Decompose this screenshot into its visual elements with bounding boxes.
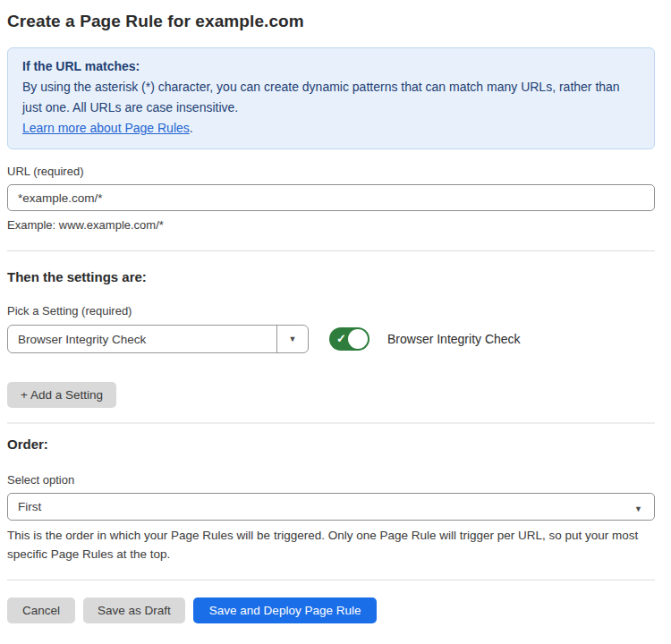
url-match-info-box: If the URL matches: By using the asteris… <box>7 47 655 149</box>
cancel-button[interactable]: Cancel <box>7 597 75 623</box>
footer-actions: Cancel Save as Draft Save and Deploy Pag… <box>7 597 655 623</box>
chevron-down-icon: ▼ <box>634 504 642 513</box>
setting-select-arrow-button[interactable]: ▼ <box>276 326 308 352</box>
order-help-text: This is the order in which your Page Rul… <box>7 526 655 564</box>
order-select-value: First <box>8 500 634 513</box>
settings-section-heading: Then the settings are: <box>7 269 655 284</box>
page-rule-form: Create a Page Rule for example.com If th… <box>0 12 662 623</box>
info-box-body: By using the asterisk (*) character, you… <box>22 77 640 118</box>
save-and-deploy-button[interactable]: Save and Deploy Page Rule <box>193 597 378 623</box>
save-as-draft-button[interactable]: Save as Draft <box>83 597 185 623</box>
url-example-text: Example: www.example.com/* <box>7 218 655 232</box>
learn-more-link[interactable]: Learn more about Page Rules <box>22 121 190 135</box>
url-field-label: URL (required) <box>7 165 655 178</box>
toggle-label: Browser Integrity Check <box>387 332 521 346</box>
url-input[interactable] <box>7 184 655 211</box>
order-section-heading: Order: <box>7 436 655 452</box>
order-select-label: Select option <box>7 473 655 487</box>
info-box-link-line: Learn more about Page Rules. <box>22 118 640 139</box>
setting-select[interactable]: Browser Integrity Check ▼ <box>7 325 309 353</box>
order-select-arrow: ▼ <box>634 499 654 515</box>
footer-divider <box>7 580 655 580</box>
toggle-knob <box>348 329 368 349</box>
section-divider <box>7 250 655 251</box>
link-suffix: . <box>190 121 193 135</box>
add-setting-button[interactable]: + Add a Setting <box>7 382 116 408</box>
setting-select-value: Browser Integrity Check <box>8 326 276 352</box>
order-select[interactable]: First ▼ <box>7 493 655 521</box>
setting-picker-label: Pick a Setting (required) <box>7 304 655 318</box>
check-icon: ✓ <box>336 332 346 345</box>
browser-integrity-toggle[interactable]: ✓ <box>329 327 369 351</box>
section-divider-light <box>7 422 655 424</box>
page-title: Create a Page Rule for example.com <box>7 12 655 31</box>
info-box-heading: If the URL matches: <box>22 56 640 77</box>
setting-row: Browser Integrity Check ▼ ✓ Browser Inte… <box>7 325 655 353</box>
chevron-down-icon: ▼ <box>289 335 297 343</box>
